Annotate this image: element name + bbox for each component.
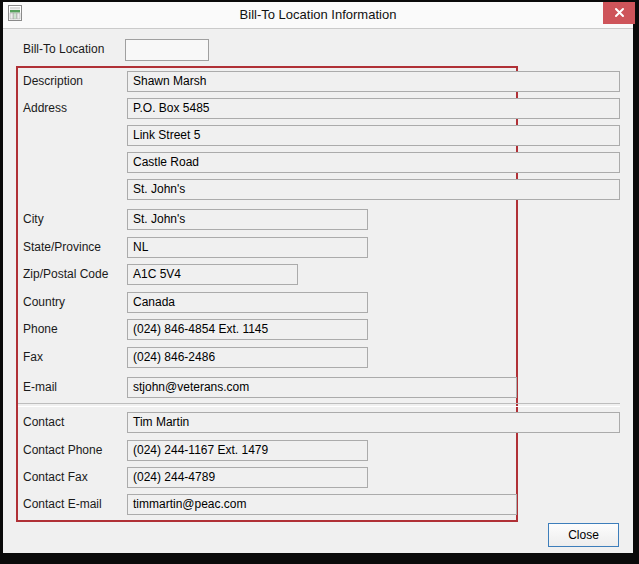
contact-field[interactable]: Tim Martin (127, 412, 620, 433)
label-city: City (23, 209, 44, 230)
screenshot-frame: Bill-To Location Information Bill-To Loc… (0, 0, 639, 564)
contact-email-field[interactable]: timmartin@peac.com (127, 494, 517, 515)
label-phone: Phone (23, 319, 58, 340)
close-button[interactable]: Close (548, 523, 619, 547)
phone-field[interactable]: (024) 846-4854 Ext. 1145 (127, 319, 368, 340)
contact-fax-field[interactable]: (024) 244-4789 (127, 467, 368, 488)
state-province-field[interactable]: NL (127, 237, 368, 258)
close-window-button[interactable] (603, 2, 635, 24)
label-description: Description (23, 71, 83, 92)
label-zip-postal-code: Zip/Postal Code (23, 264, 108, 285)
bill-to-location-input[interactable] (125, 39, 209, 61)
label-bill-to-location: Bill-To Location (23, 39, 104, 60)
close-x-icon (614, 6, 625, 21)
fax-field[interactable]: (024) 846-2486 (127, 347, 368, 368)
label-contact-email: Contact E-mail (23, 494, 102, 515)
city-field[interactable]: St. John's (127, 209, 368, 230)
dialog-title: Bill-To Location Information (3, 2, 633, 28)
label-address: Address (23, 98, 67, 119)
address-line-1-field[interactable]: P.O. Box 5485 (127, 98, 620, 119)
bill-to-location-dialog: Bill-To Location Information Bill-To Loc… (3, 2, 633, 553)
section-divider (18, 403, 620, 407)
contact-phone-field[interactable]: (024) 244-1167 Ext. 1479 (127, 440, 368, 461)
label-state-province: State/Province (23, 237, 101, 258)
label-contact-phone: Contact Phone (23, 440, 102, 461)
label-contact: Contact (23, 412, 64, 433)
label-fax: Fax (23, 347, 43, 368)
titlebar[interactable]: Bill-To Location Information (3, 2, 633, 29)
address-line-3-field[interactable]: Castle Road (127, 152, 620, 173)
country-field[interactable]: Canada (127, 292, 368, 313)
zip-postal-code-field[interactable]: A1C 5V4 (127, 264, 298, 285)
label-email: E-mail (23, 377, 57, 398)
description-field[interactable]: Shawn Marsh (127, 71, 620, 92)
email-field[interactable]: stjohn@veterans.com (127, 377, 517, 398)
address-line-2-field[interactable]: Link Street 5 (127, 125, 620, 146)
label-contact-fax: Contact Fax (23, 467, 88, 488)
label-country: Country (23, 292, 65, 313)
address-line-4-field[interactable]: St. John's (127, 179, 620, 200)
